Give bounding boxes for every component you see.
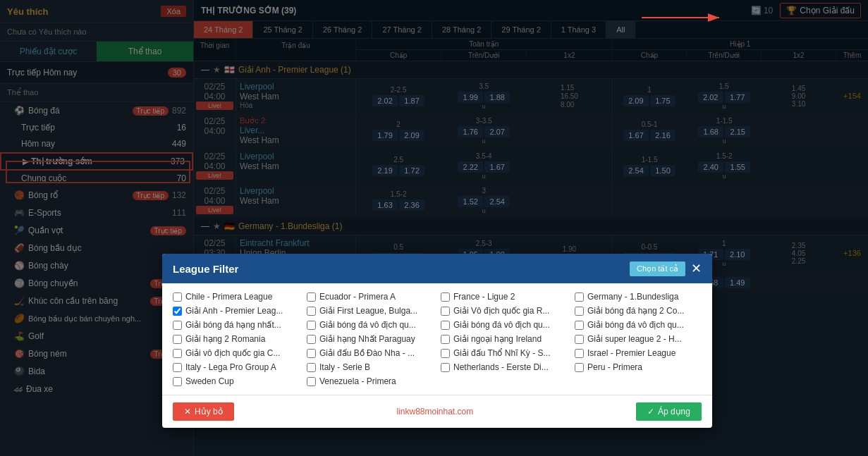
- checkbox-turkey-input[interactable]: [441, 349, 450, 358]
- modal-overlay[interactable]: League Filter Chọn tất cả ✕ Chile - Prim…: [0, 0, 868, 456]
- checkbox-premier[interactable]: Giải Anh - Premier Leag...: [173, 306, 300, 316]
- checkbox-paraguay-label: Giải hạng Nhất Paraguay: [319, 334, 415, 344]
- checkbox-bodaonha-label: Giải đấu Bồ Đào Nha - ...: [319, 348, 415, 358]
- checkbox-germany[interactable]: Germany - 1.Bundesliga: [575, 292, 702, 302]
- checkbox-hang2-co-label: Giải bóng đá hạng 2 Co...: [587, 306, 684, 316]
- checkbox-hang-nhat-label: Giải bóng đá hạng nhất...: [185, 320, 281, 330]
- checkbox-ecuador-label: Ecuador - Primera A: [319, 292, 396, 302]
- checkbox-vodich-r-label: Giải Vô địch quốc gia R...: [453, 306, 549, 316]
- checkbox-israel[interactable]: Israel - Premier League: [575, 348, 702, 358]
- modal-title: League Filter: [173, 263, 238, 275]
- checkbox-vodich-qu3-label: Giải bóng đá vô địch qu...: [587, 320, 684, 330]
- checkbox-paraguay[interactable]: Giải hạng Nhất Paraguay: [307, 334, 434, 344]
- checkbox-germany-label: Germany - 1.Bundesliga: [587, 292, 678, 302]
- league-filter-modal: League Filter Chọn tất cả ✕ Chile - Prim…: [162, 254, 712, 428]
- checkbox-bodaonha[interactable]: Giải đấu Bồ Đào Nha - ...: [307, 348, 434, 358]
- checkbox-hang2-ro[interactable]: Giải hạng 2 Romania: [173, 334, 300, 344]
- checkbox-italy-serie-input[interactable]: [307, 363, 316, 372]
- checkbox-peru[interactable]: Peru - Primera: [575, 362, 702, 372]
- checkbox-bodaonha-input[interactable]: [307, 349, 316, 358]
- cancel-label: Hủy bỏ: [195, 407, 223, 417]
- cancel-button[interactable]: ✕ Hủy bỏ: [173, 402, 234, 421]
- checkbox-sweden-label: Sweden Cup: [185, 376, 234, 386]
- checkbox-super2-input[interactable]: [575, 335, 584, 344]
- checkbox-netherlands[interactable]: Netherlands - Eerste Di...: [441, 362, 568, 372]
- checkbox-ecuador-input[interactable]: [307, 292, 316, 302]
- checkbox-hang2-ro-label: Giải hạng 2 Romania: [185, 334, 265, 344]
- checkbox-ecuador[interactable]: Ecuador - Primera A: [307, 292, 434, 302]
- checkbox-vodich-qu3-input[interactable]: [575, 321, 584, 330]
- checkbox-vodich-qu2-input[interactable]: [441, 321, 450, 330]
- x-icon: ✕: [184, 407, 191, 417]
- checkbox-first-league[interactable]: Giải First League, Bulga...: [307, 306, 434, 316]
- checkbox-peru-input[interactable]: [575, 363, 584, 372]
- checkbox-vodich-qu1-label: Giải bóng đá vô địch qu...: [319, 320, 416, 330]
- checkbox-italy-lega-input[interactable]: [173, 363, 182, 372]
- checkbox-vodich-c-input[interactable]: [173, 349, 182, 358]
- checkbox-vodich-r-input[interactable]: [441, 307, 450, 316]
- league-checkbox-grid: Chile - Primera League Ecuador - Primera…: [173, 292, 702, 386]
- checkbox-ireland-label: Giải ngoại hạng Ireland: [453, 334, 542, 344]
- checkbox-italy-lega[interactable]: Italy - Lega Pro Group A: [173, 362, 300, 372]
- select-all-button[interactable]: Chọn tất cả: [630, 261, 685, 276]
- checkbox-hang-nhat-input[interactable]: [173, 321, 182, 330]
- checkbox-chile[interactable]: Chile - Primera League: [173, 292, 300, 302]
- checkbox-hang2-co[interactable]: Giải bóng đá hạng 2 Co...: [575, 306, 702, 316]
- checkbox-italy-serie-label: Italy - Serie B: [319, 362, 370, 372]
- modal-close-button[interactable]: ✕: [691, 261, 702, 276]
- checkbox-hang2-co-input[interactable]: [575, 307, 584, 316]
- modal-footer: ✕ Hủy bỏ linkw88moinhat.com ✓ Áp dụng: [162, 395, 712, 428]
- checkbox-sweden[interactable]: Sweden Cup: [173, 376, 300, 386]
- checkbox-super2[interactable]: Giải super league 2 - H...: [575, 334, 702, 344]
- checkbox-vodich-qu2[interactable]: Giải bóng đá vô địch qu...: [441, 320, 568, 330]
- checkbox-venezuela-input[interactable]: [307, 377, 316, 386]
- checkbox-netherlands-input[interactable]: [441, 363, 450, 372]
- promo-link: linkw88moinhat.com: [396, 407, 473, 417]
- modal-header: League Filter Chọn tất cả ✕: [162, 254, 712, 283]
- checkbox-vodich-r[interactable]: Giải Vô địch quốc gia R...: [441, 306, 568, 316]
- checkbox-turkey-label: Giải đấu Thổ Nhĩ Kỳ - S...: [453, 348, 550, 358]
- checkbox-israel-input[interactable]: [575, 349, 584, 358]
- checkbox-france-input[interactable]: [441, 292, 450, 302]
- checkbox-italy-serie[interactable]: Italy - Serie B: [307, 362, 434, 372]
- checkbox-venezuela-label: Venezuela - Primera: [319, 376, 396, 386]
- checkbox-chile-input[interactable]: [173, 292, 182, 302]
- checkbox-germany-input[interactable]: [575, 292, 584, 302]
- checkbox-vodich-c[interactable]: Giải vô địch quốc gia C...: [173, 348, 300, 358]
- checkbox-hang-nhat[interactable]: Giải bóng đá hạng nhất...: [173, 320, 300, 330]
- checkbox-france-label: France - Ligue 2: [453, 292, 515, 302]
- apply-button[interactable]: ✓ Áp dụng: [636, 402, 702, 421]
- checkbox-ireland[interactable]: Giải ngoại hạng Ireland: [441, 334, 568, 344]
- checkbox-vodich-qu3[interactable]: Giải bóng đá vô địch qu...: [575, 320, 702, 330]
- checkbox-hang2-ro-input[interactable]: [173, 335, 182, 344]
- checkbox-sweden-input[interactable]: [173, 377, 182, 386]
- checkbox-israel-label: Israel - Premier League: [587, 348, 676, 358]
- checkbox-premier-label: Giải Anh - Premier Leag...: [185, 306, 283, 316]
- checkbox-vodich-qu2-label: Giải bóng đá vô địch qu...: [453, 320, 550, 330]
- checkbox-netherlands-label: Netherlands - Eerste Di...: [453, 362, 549, 372]
- checkbox-premier-input[interactable]: [173, 307, 182, 316]
- checkbox-vodich-qu1-input[interactable]: [307, 321, 316, 330]
- checkbox-vodich-c-label: Giải vô địch quốc gia C...: [185, 348, 280, 358]
- checkbox-peru-label: Peru - Primera: [587, 362, 642, 372]
- check-icon: ✓: [647, 407, 654, 417]
- checkbox-italy-lega-label: Italy - Lega Pro Group A: [185, 362, 276, 372]
- checkbox-ireland-input[interactable]: [441, 335, 450, 344]
- checkbox-vodich-qu1[interactable]: Giải bóng đá vô địch qu...: [307, 320, 434, 330]
- checkbox-france[interactable]: France - Ligue 2: [441, 292, 568, 302]
- apply-label: Áp dụng: [658, 407, 690, 417]
- modal-body: Chile - Primera League Ecuador - Primera…: [162, 283, 712, 395]
- modal-header-right: Chọn tất cả ✕: [630, 261, 702, 276]
- checkbox-venezuela[interactable]: Venezuela - Primera: [307, 376, 434, 386]
- checkbox-first-league-label: Giải First League, Bulga...: [319, 306, 417, 316]
- checkbox-paraguay-input[interactable]: [307, 335, 316, 344]
- checkbox-chile-label: Chile - Primera League: [185, 292, 272, 302]
- checkbox-super2-label: Giải super league 2 - H...: [587, 334, 682, 344]
- checkbox-turkey[interactable]: Giải đấu Thổ Nhĩ Kỳ - S...: [441, 348, 568, 358]
- checkbox-first-league-input[interactable]: [307, 307, 316, 316]
